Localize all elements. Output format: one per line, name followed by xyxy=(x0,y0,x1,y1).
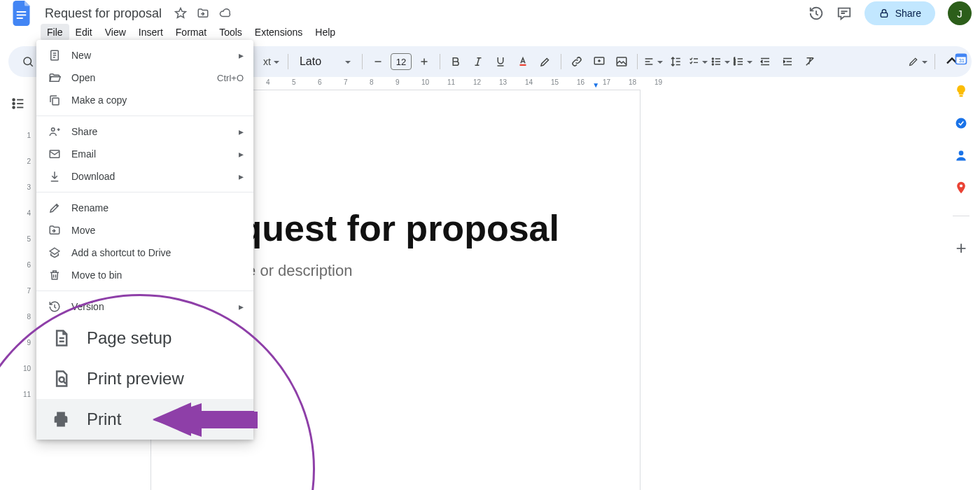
underline-icon[interactable] xyxy=(491,52,510,71)
share-icon xyxy=(48,125,62,138)
share-label: Share xyxy=(895,8,921,19)
docs-logo[interactable] xyxy=(8,0,36,30)
move-to-folder-icon[interactable] xyxy=(197,7,209,20)
maps-icon[interactable] xyxy=(954,181,968,195)
file-menu-download[interactable]: Download▸ xyxy=(36,165,253,188)
svg-point-8 xyxy=(712,58,713,59)
file-menu-add-a-shortcut-to-drive[interactable]: Add a shortcut to Drive xyxy=(36,241,253,264)
doc-title[interactable]: Request for proposal xyxy=(41,5,166,22)
menu-format[interactable]: Format xyxy=(169,24,213,41)
rename-icon xyxy=(48,202,62,214)
menu-item-label: Print preview xyxy=(87,369,244,388)
highlight-icon[interactable] xyxy=(536,52,555,71)
font-size-decrease[interactable] xyxy=(368,52,388,71)
vertical-ruler[interactable]: 1234567891011 xyxy=(0,90,35,490)
file-menu-email[interactable]: Email▸ xyxy=(36,143,253,165)
svg-point-26 xyxy=(52,128,55,132)
align-icon[interactable] xyxy=(643,52,663,71)
email-icon xyxy=(48,148,62,160)
menu-tools[interactable]: Tools xyxy=(213,24,248,41)
bold-icon[interactable] xyxy=(446,52,465,71)
search-menus-icon[interactable] xyxy=(18,52,38,71)
comments-icon[interactable] xyxy=(836,6,852,21)
submenu-arrow-icon: ▸ xyxy=(239,148,244,160)
svg-point-28 xyxy=(59,377,64,382)
open-icon xyxy=(48,71,62,84)
avatar[interactable]: J xyxy=(948,1,972,25)
indent-decrease-icon[interactable] xyxy=(755,52,775,71)
font-size-increase[interactable] xyxy=(414,52,434,71)
share-button[interactable]: Share xyxy=(864,1,935,25)
shortcut-icon xyxy=(48,246,62,259)
menu-help[interactable]: Help xyxy=(309,24,342,41)
editing-mode-icon[interactable] xyxy=(908,52,927,71)
menu-item-label: Make a copy xyxy=(71,94,244,106)
submenu-arrow-icon: ▸ xyxy=(239,50,244,61)
print-icon xyxy=(50,410,71,429)
lock-icon xyxy=(878,8,890,19)
svg-point-21 xyxy=(956,118,967,129)
menu-item-label: Version xyxy=(71,301,229,312)
svg-point-22 xyxy=(959,150,964,155)
svg-rect-0 xyxy=(17,11,27,13)
file-menu-move[interactable]: Move xyxy=(36,219,253,241)
file-menu-page-setup[interactable]: Page setup xyxy=(36,318,253,358)
side-panel: 31 + xyxy=(942,46,980,259)
doc-icon xyxy=(48,49,62,62)
contacts-icon[interactable] xyxy=(954,148,968,162)
text-color-icon[interactable] xyxy=(513,52,533,71)
font-family[interactable]: Lato xyxy=(294,55,356,68)
file-menu-print-preview[interactable]: Print preview xyxy=(36,358,253,399)
keep-icon[interactable] xyxy=(954,84,968,98)
file-menu-share[interactable]: Share▸ xyxy=(36,120,253,143)
file-menu-open[interactable]: OpenCtrl+O xyxy=(36,66,253,89)
line-spacing-icon[interactable] xyxy=(666,52,685,71)
checklist-icon[interactable] xyxy=(688,52,708,71)
svg-rect-18 xyxy=(956,54,967,57)
svg-point-4 xyxy=(24,57,31,65)
svg-point-10 xyxy=(712,64,713,65)
menu-item-label: Email xyxy=(71,148,229,160)
insert-image-icon[interactable] xyxy=(612,52,631,71)
star-icon[interactable] xyxy=(174,7,187,20)
file-menu-rename[interactable]: Rename xyxy=(36,197,253,219)
menu-edit[interactable]: Edit xyxy=(69,24,99,41)
get-addons-icon[interactable]: + xyxy=(955,237,966,259)
file-menu-version-history[interactable]: Version▸ xyxy=(36,295,253,318)
menu-item-label: Share xyxy=(71,126,229,137)
indent-increase-icon[interactable] xyxy=(778,52,797,71)
menu-item-label: Download xyxy=(71,171,229,182)
file-menu-dropdown: New▸OpenCtrl+OMake a copyShare▸Email▸Dow… xyxy=(36,40,253,440)
file-menu-new[interactable]: New▸ xyxy=(36,44,253,66)
svg-text:3: 3 xyxy=(734,62,736,66)
numbered-list-icon[interactable]: 123 xyxy=(733,52,752,71)
menu-view[interactable]: View xyxy=(99,24,132,41)
tasks-icon[interactable] xyxy=(954,116,968,130)
menu-extensions[interactable]: Extensions xyxy=(248,24,309,41)
page-heading: Request for proposal xyxy=(193,209,598,248)
submenu-arrow-icon: ▸ xyxy=(239,126,244,137)
italic-icon[interactable] xyxy=(468,52,488,71)
preview-icon xyxy=(50,369,71,388)
file-menu-make-a-copy[interactable]: Make a copy xyxy=(36,89,253,111)
download-icon xyxy=(48,170,62,183)
font-size[interactable]: 12 xyxy=(391,53,412,70)
menu-item-label: Move xyxy=(71,225,244,236)
cloud-status-icon[interactable] xyxy=(219,7,232,20)
page-subtitle: A subtitle or description xyxy=(193,262,598,280)
calendar-icon[interactable]: 31 xyxy=(954,52,968,66)
insert-link-icon[interactable] xyxy=(567,52,587,71)
svg-rect-2 xyxy=(17,18,23,19)
bulleted-list-icon[interactable] xyxy=(710,52,730,71)
history-icon[interactable] xyxy=(808,6,824,21)
move-icon xyxy=(48,224,62,237)
menu-file[interactable]: File xyxy=(41,24,69,41)
paragraph-style[interactable]: xt xyxy=(260,56,282,67)
add-comment-icon[interactable] xyxy=(589,52,609,71)
trash-icon xyxy=(48,269,62,281)
clear-formatting-icon[interactable] xyxy=(800,52,820,71)
file-menu-print[interactable]: Print xyxy=(36,399,253,440)
file-menu-move-to-bin[interactable]: Move to bin xyxy=(36,264,253,286)
menu-insert[interactable]: Insert xyxy=(132,24,169,41)
menu-item-label: Print xyxy=(87,410,244,429)
